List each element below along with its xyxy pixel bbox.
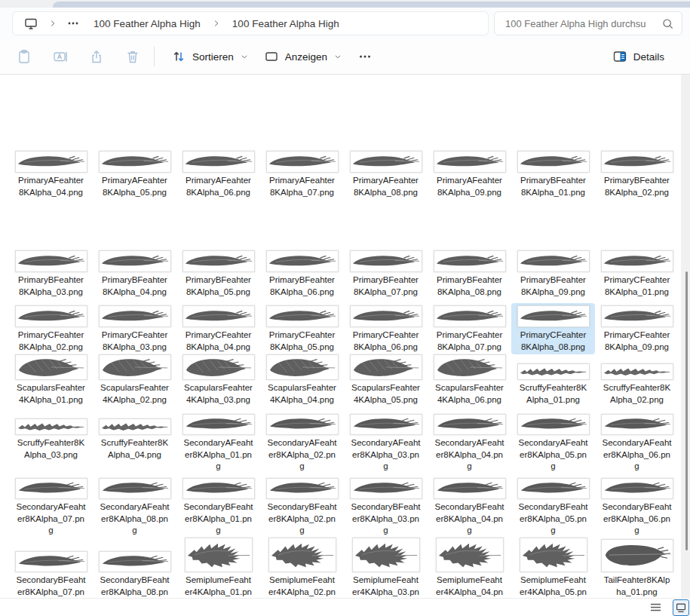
file-thumbnail — [350, 305, 422, 327]
file-item[interactable]: SecondaryBFeahter8KAlpha_01.png — [176, 475, 260, 538]
search-input[interactable] — [504, 17, 661, 30]
file-name: SecondaryBFeahter8KAlpha_07.png — [12, 575, 90, 598]
file-item[interactable]: PrimaryBFeahter8KAlpha_02.png — [595, 149, 679, 200]
file-item[interactable]: PrimaryBFeahter8KAlpha_09.png — [511, 248, 595, 299]
file-item[interactable]: TailFeahter8KAlpha_01.png — [595, 536, 679, 598]
rename-icon[interactable] — [53, 49, 68, 64]
details-pane-button[interactable]: Details — [606, 44, 670, 69]
file-name: PrimaryBFeahter8KAlpha_07.png — [347, 274, 425, 298]
file-thumbnail — [182, 354, 255, 380]
file-thumbnail — [434, 354, 506, 380]
file-item[interactable]: ScruffyFeahter8KAlpha_02.png — [595, 352, 679, 407]
breadcrumb-item-current[interactable]: 100 Feather Alpha High — [228, 16, 344, 32]
feather-image — [100, 152, 170, 172]
file-item[interactable]: PrimaryBFeahter8KAlpha_05.png — [176, 248, 260, 299]
paste-icon[interactable] — [17, 49, 32, 64]
file-item[interactable]: PrimaryCFeahter8KAlpha_02.png — [9, 303, 93, 354]
file-item[interactable]: SecondaryBFeahter8KAlpha_02.png — [260, 475, 344, 538]
magnifier-icon[interactable] — [661, 17, 674, 30]
file-item[interactable]: SecondaryAFeahter8KAlpha_04.png — [428, 412, 511, 474]
feather-image — [183, 479, 254, 498]
file-item[interactable]: ScapularsFeahter4KAlpha_01.png — [9, 352, 93, 407]
file-item[interactable]: PrimaryAFeahter8KAlpha_09.png — [428, 149, 511, 200]
file-item[interactable]: PrimaryCFeahter8KAlpha_05.png — [260, 303, 344, 354]
file-item[interactable]: ScapularsFeahter4KAlpha_03.png — [176, 352, 260, 407]
file-item[interactable]: SecondaryBFeahter8KAlpha_07.png — [9, 536, 93, 598]
file-item[interactable]: PrimaryCFeahter8KAlpha_04.png — [176, 303, 260, 354]
file-item[interactable]: SecondaryBFeahter8KAlpha_03.png — [344, 475, 428, 538]
tab-strip — [0, 0, 690, 8]
file-grid-area: PrimaryAFeahter8KAlpha_04.pngPrimaryAFea… — [0, 75, 690, 598]
file-item[interactable]: SecondaryBFeahter8KAlpha_05.png — [511, 475, 595, 538]
file-item[interactable]: PrimaryAFeahter8KAlpha_08.png — [344, 149, 428, 200]
feather-image — [518, 306, 589, 326]
file-item[interactable]: SecondaryAFeahter8KAlpha_08.png — [93, 475, 176, 538]
file-item[interactable]: SemiplumeFeahter4KAlpha_05.png — [511, 536, 595, 598]
this-pc-monitor-icon[interactable] — [20, 14, 41, 32]
file-item[interactable]: ScruffyFeahter8KAlpha_04.png — [93, 412, 176, 474]
vertical-scrollbar[interactable] — [681, 75, 690, 598]
file-item[interactable]: SemiplumeFeahter4KAlpha_01.png — [176, 536, 260, 598]
file-item[interactable]: PrimaryCFeahter8KAlpha_06.png — [344, 303, 428, 354]
file-item[interactable]: SemiplumeFeahter4KAlpha_04.png — [428, 536, 511, 598]
scrollbar-thumb[interactable] — [685, 271, 688, 550]
file-item[interactable]: ScapularsFeahter4KAlpha_02.png — [93, 352, 176, 407]
share-icon[interactable] — [89, 49, 104, 64]
file-thumbnail — [434, 151, 506, 173]
file-item[interactable]: SecondaryAFeahter8KAlpha_01.png — [176, 412, 260, 474]
file-item[interactable]: PrimaryCFeahter8KAlpha_07.png — [428, 303, 511, 354]
file-item[interactable]: ScapularsFeahter4KAlpha_06.png — [428, 352, 511, 407]
feather-image — [100, 419, 170, 434]
file-item[interactable]: SemiplumeFeahter4KAlpha_03.png — [344, 536, 428, 598]
file-item[interactable]: PrimaryCFeahter8KAlpha_09.png — [595, 303, 679, 354]
file-item[interactable]: SecondaryBFeahter8KAlpha_08.png — [93, 536, 176, 598]
file-item[interactable]: PrimaryBFeahter8KAlpha_06.png — [260, 248, 344, 299]
file-name: SemiplumeFeahter4KAlpha_05.png — [514, 575, 593, 598]
list-view-icon[interactable] — [647, 600, 664, 615]
file-thumbnail — [15, 538, 87, 572]
file-thumbnail — [15, 477, 87, 499]
file-item[interactable]: PrimaryCFeahter8KAlpha_01.png — [595, 248, 679, 299]
file-item[interactable]: PrimaryCFeahter8KAlpha_08.png — [511, 303, 595, 354]
file-item[interactable]: ScapularsFeahter4KAlpha_04.png — [260, 352, 344, 407]
file-name: TailFeahter8KAlpha_01.png — [598, 575, 676, 598]
file-item[interactable]: PrimaryAFeahter8KAlpha_07.png — [260, 149, 344, 200]
file-item[interactable]: PrimaryAFeahter8KAlpha_06.png — [176, 149, 260, 200]
file-item[interactable]: SecondaryAFeahter8KAlpha_05.png — [511, 412, 595, 474]
file-item[interactable]: SemiplumeFeahter4KAlpha_02.png — [260, 536, 344, 598]
file-thumbnail — [601, 250, 673, 272]
file-item[interactable]: PrimaryBFeahter8KAlpha_01.png — [511, 149, 595, 200]
thumbnail-view-icon[interactable] — [673, 599, 689, 616]
view-button[interactable]: Anzeigen — [256, 44, 350, 69]
file-item[interactable]: SecondaryAFeahter8KAlpha_07.png — [9, 475, 93, 538]
file-item[interactable]: SecondaryAFeahter8KAlpha_03.png — [344, 412, 428, 474]
file-item[interactable]: PrimaryBFeahter8KAlpha_04.png — [93, 248, 176, 299]
file-item[interactable]: PrimaryAFeahter8KAlpha_05.png — [93, 149, 176, 200]
file-item[interactable]: PrimaryCFeahter8KAlpha_03.png — [93, 303, 176, 354]
feather-image — [100, 355, 170, 379]
file-thumbnail — [434, 305, 506, 327]
file-item[interactable]: SecondaryAFeahter8KAlpha_02.png — [260, 412, 344, 474]
breadcrumb-overflow-ellipsis[interactable] — [64, 17, 82, 29]
file-item[interactable]: PrimaryBFeahter8KAlpha_08.png — [428, 248, 511, 299]
file-item[interactable]: SecondaryBFeahter8KAlpha_06.png — [595, 475, 679, 538]
feather-image — [518, 479, 589, 498]
file-thumbnail — [99, 354, 171, 380]
file-item[interactable]: PrimaryBFeahter8KAlpha_07.png — [344, 248, 428, 299]
sort-button[interactable]: Sortieren — [164, 44, 256, 69]
details-label: Details — [633, 51, 664, 63]
file-item[interactable]: PrimaryAFeahter8KAlpha_04.png — [9, 149, 93, 200]
file-name: SemiplumeFeahter4KAlpha_01.png — [179, 575, 258, 598]
file-item[interactable]: SecondaryBFeahter8KAlpha_04.png — [428, 475, 511, 538]
delete-icon[interactable] — [125, 49, 140, 64]
file-name: PrimaryBFeahter8KAlpha_05.png — [179, 274, 258, 298]
feather-image — [351, 479, 422, 498]
file-item[interactable]: PrimaryBFeahter8KAlpha_03.png — [9, 248, 93, 299]
file-item[interactable]: SecondaryAFeahter8KAlpha_06.png — [595, 412, 679, 474]
file-item[interactable]: ScapularsFeahter4KAlpha_05.png — [344, 352, 428, 407]
more-options-ellipsis-icon[interactable] — [357, 49, 373, 64]
file-item[interactable]: ScruffyFeahter8KAlpha_03.png — [9, 412, 93, 474]
feather-image — [602, 364, 673, 379]
file-item[interactable]: ScruffyFeahter8KAlpha_01.png — [511, 352, 595, 407]
breadcrumb-item-parent[interactable]: 100 Feather Alpha High — [89, 16, 205, 32]
